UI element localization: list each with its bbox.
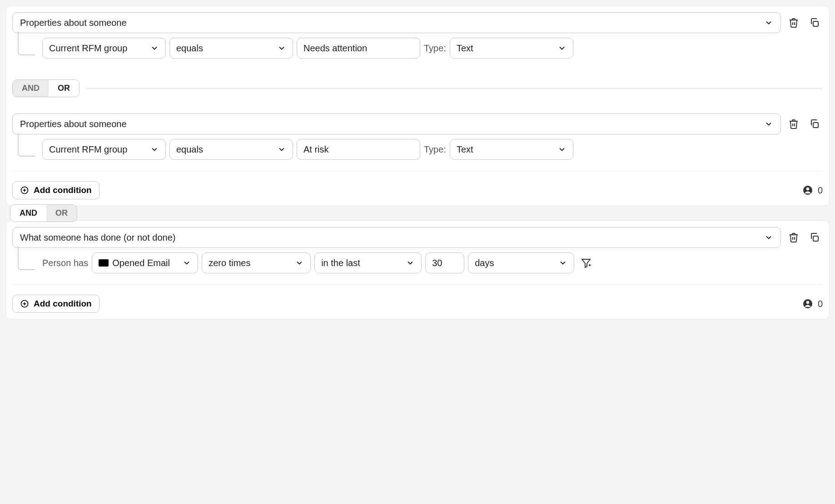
trash-icon	[788, 119, 799, 129]
property-select[interactable]: Current RFM group	[42, 139, 166, 160]
range-select[interactable]: in the last	[314, 252, 422, 273]
condition-group: Properties about someone Current RFM gro…	[5, 5, 830, 206]
duplicate-condition-button[interactable]	[806, 229, 823, 246]
duplicate-condition-button[interactable]	[806, 116, 823, 132]
copy-icon	[809, 17, 820, 28]
condition-detail-row: Current RFM group equals Needs attention…	[12, 38, 823, 59]
add-condition-button[interactable]: Add condition	[12, 295, 99, 313]
event-label: Opened Email	[112, 258, 170, 268]
copy-icon	[809, 119, 820, 129]
condition-type-label: Properties about someone	[20, 18, 127, 28]
elbow-connector	[18, 32, 35, 55]
value-input[interactable]: At risk	[297, 139, 420, 160]
delete-condition-button[interactable]	[785, 229, 802, 246]
svg-rect-1	[813, 123, 818, 128]
plus-circle-icon	[20, 186, 29, 195]
svg-rect-7	[813, 236, 818, 241]
profile-count-value: 0	[818, 299, 823, 309]
condition-header-row: What someone has done (or not done)	[12, 227, 823, 248]
value-text: Needs attention	[303, 43, 367, 54]
unit-select[interactable]: days	[468, 252, 574, 273]
condition-type-label: What someone has done (or not done)	[20, 232, 175, 243]
person-icon	[802, 185, 813, 196]
outer-join-row: AND OR	[5, 206, 830, 220]
outer-join-and[interactable]: AND	[10, 205, 46, 222]
operator-label: equals	[176, 43, 203, 54]
chevron-down-icon	[406, 258, 415, 267]
trash-icon	[788, 17, 799, 28]
chevron-down-icon	[557, 145, 567, 154]
add-condition-label: Add condition	[34, 185, 92, 195]
inner-join-and[interactable]: AND	[13, 80, 49, 97]
plus-circle-icon	[20, 299, 29, 308]
event-select[interactable]: Opened Email	[92, 252, 198, 273]
condition-header-row: Properties about someone	[12, 12, 823, 33]
inner-join-or[interactable]: OR	[49, 80, 79, 97]
condition-type-select[interactable]: What someone has done (or not done)	[12, 227, 781, 248]
property-select[interactable]: Current RFM group	[42, 38, 166, 59]
outer-join-or[interactable]: OR	[46, 205, 77, 222]
inner-join-row: AND OR	[12, 79, 823, 97]
unit-label: days	[475, 258, 494, 268]
property-label: Current RFM group	[49, 144, 127, 155]
inner-join-toggle[interactable]: AND OR	[12, 79, 80, 97]
type-select[interactable]: Text	[450, 139, 573, 160]
number-input[interactable]: 30	[425, 252, 464, 273]
chevron-down-icon	[764, 233, 773, 242]
chevron-down-icon	[295, 258, 304, 267]
add-filter-button[interactable]	[578, 255, 594, 271]
elbow-connector	[18, 247, 35, 270]
person-has-label: Person has	[42, 258, 88, 268]
svg-marker-8	[582, 259, 590, 267]
chevron-down-icon	[277, 44, 286, 53]
outer-join-toggle[interactable]: AND OR	[10, 204, 77, 222]
type-value: Text	[457, 144, 473, 155]
operator-select[interactable]: equals	[169, 139, 293, 160]
value-input[interactable]: Needs attention	[297, 38, 420, 59]
condition-detail-row: Current RFM group equals At risk Type: T…	[12, 139, 823, 160]
chevron-down-icon	[150, 145, 159, 154]
chevron-down-icon	[150, 44, 159, 53]
svg-point-15	[806, 301, 809, 304]
operator-select[interactable]: equals	[169, 38, 293, 59]
add-condition-button[interactable]: Add condition	[12, 181, 99, 199]
number-value: 30	[432, 258, 442, 268]
join-divider	[86, 88, 823, 89]
condition-detail-row: Person has Opened Email zero times in th…	[12, 252, 823, 273]
delete-condition-button[interactable]	[785, 116, 802, 132]
svg-point-6	[806, 188, 809, 190]
chevron-down-icon	[764, 119, 773, 128]
elbow-connector	[18, 133, 35, 157]
chevron-down-icon	[182, 258, 191, 267]
type-value: Text	[457, 43, 473, 54]
condition-type-select[interactable]: Properties about someone	[12, 114, 781, 134]
chevron-down-icon	[557, 44, 567, 53]
chevron-down-icon	[764, 18, 773, 27]
frequency-select[interactable]: zero times	[202, 252, 311, 273]
profile-count: 0	[802, 185, 823, 196]
filter-plus-icon	[581, 257, 591, 268]
condition-type-select[interactable]: Properties about someone	[12, 12, 781, 33]
operator-label: equals	[176, 144, 203, 155]
value-text: At risk	[303, 144, 329, 155]
person-icon	[802, 298, 813, 309]
type-label: Type:	[424, 144, 446, 155]
group-footer: Add condition 0	[12, 171, 823, 199]
chevron-down-icon	[558, 258, 567, 267]
type-label: Type:	[424, 43, 446, 54]
profile-count-value: 0	[818, 185, 823, 196]
property-label: Current RFM group	[49, 43, 127, 54]
trash-icon	[788, 232, 799, 243]
profile-count: 0	[802, 298, 823, 309]
svg-rect-0	[813, 21, 818, 26]
add-condition-label: Add condition	[34, 299, 92, 309]
chevron-down-icon	[277, 145, 286, 154]
range-label: in the last	[321, 258, 360, 268]
duplicate-condition-button[interactable]	[806, 15, 823, 31]
frequency-label: zero times	[209, 258, 250, 268]
delete-condition-button[interactable]	[785, 15, 802, 31]
event-brand-icon	[99, 259, 109, 267]
condition-group: What someone has done (or not done) Pers…	[5, 220, 830, 320]
condition-type-label: Properties about someone	[20, 119, 127, 129]
type-select[interactable]: Text	[450, 38, 573, 59]
